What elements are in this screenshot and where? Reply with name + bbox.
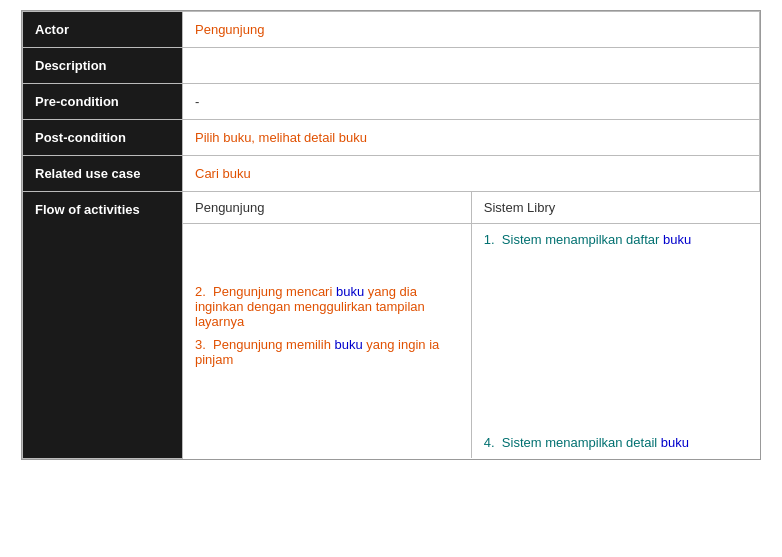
- item3-num: 3.: [195, 337, 213, 352]
- related-use-case-value-text: Cari buku: [195, 166, 251, 181]
- description-label: Description: [23, 48, 183, 84]
- postcondition-label-text: Post-condition: [35, 130, 126, 145]
- related-use-case-row: Related use case Cari buku: [23, 156, 760, 192]
- description-row: Description: [23, 48, 760, 84]
- description-value: [183, 48, 760, 84]
- actor-label: Actor: [23, 12, 183, 48]
- item4-text-p1: Sistem menampilkan detail: [502, 435, 661, 450]
- postcondition-value: Pilih buku, melihat detail buku: [183, 120, 760, 156]
- precondition-value-text: -: [195, 94, 199, 109]
- item3-buku: buku: [334, 337, 362, 352]
- flow-item-3: 3. Pengunjung memilih buku yang ingin ia…: [195, 337, 459, 367]
- item2-num: 2.: [195, 284, 213, 299]
- item1-text-p1: Sistem menampilkan daftar: [502, 232, 663, 247]
- flow-pengunjung-content: 2. Pengunjung mencari buku yang dia ingi…: [195, 284, 459, 367]
- flow-sistem-spacer: [484, 255, 748, 435]
- precondition-value: -: [183, 84, 760, 120]
- flow-col1-header: Pengunjung: [183, 192, 471, 224]
- item2-buku: buku: [336, 284, 364, 299]
- postcondition-value-text: Pilih buku, melihat detail buku: [195, 130, 367, 145]
- item1-buku: buku: [663, 232, 691, 247]
- flow-header-row: Pengunjung Sistem Libry: [183, 192, 760, 224]
- actor-value: Pengunjung: [183, 12, 760, 48]
- actor-row: Actor Pengunjung: [23, 12, 760, 48]
- precondition-label: Pre-condition: [23, 84, 183, 120]
- flow-col1-header-text: Pengunjung: [195, 200, 264, 215]
- flow-pengunjung-col: 2. Pengunjung mencari buku yang dia ingi…: [183, 224, 471, 459]
- flow-content-row: 2. Pengunjung mencari buku yang dia ingi…: [183, 224, 760, 459]
- flow-label: Flow of activities: [23, 192, 183, 459]
- main-table: Actor Pengunjung Description Pre-conditi…: [21, 10, 761, 460]
- actor-value-text: Pengunjung: [195, 22, 264, 37]
- flow-inner-table: Pengunjung Sistem Libry 2. Pengunjung: [183, 192, 760, 458]
- related-use-case-label: Related use case: [23, 156, 183, 192]
- flow-item-4: 4. Sistem menampilkan detail buku: [484, 435, 748, 450]
- item1-num: 1.: [484, 232, 502, 247]
- item2-text-p1: Pengunjung mencari: [213, 284, 336, 299]
- precondition-row: Pre-condition -: [23, 84, 760, 120]
- related-use-case-label-text: Related use case: [35, 166, 141, 181]
- item3-text-p1: Pengunjung memilih: [213, 337, 334, 352]
- flow-item-2: 2. Pengunjung mencari buku yang dia ingi…: [195, 284, 459, 329]
- item4-buku: buku: [661, 435, 689, 450]
- postcondition-label: Post-condition: [23, 120, 183, 156]
- flow-label-text: Flow of activities: [35, 202, 140, 217]
- item4-num: 4.: [484, 435, 502, 450]
- description-label-text: Description: [35, 58, 107, 73]
- actor-label-text: Actor: [35, 22, 69, 37]
- precondition-label-text: Pre-condition: [35, 94, 119, 109]
- related-use-case-value: Cari buku: [183, 156, 760, 192]
- flow-value: Pengunjung Sistem Libry 2. Pengunjung: [183, 192, 760, 459]
- flow-row: Flow of activities Pengunjung Sistem Lib…: [23, 192, 760, 459]
- postcondition-row: Post-condition Pilih buku, melihat detai…: [23, 120, 760, 156]
- flow-item-1: 1. Sistem menampilkan daftar buku: [484, 232, 748, 247]
- flow-col2-header: Sistem Libry: [471, 192, 759, 224]
- flow-sistem-col: 1. Sistem menampilkan daftar buku 4. Sis…: [471, 224, 759, 459]
- flow-col2-header-text: Sistem Libry: [484, 200, 556, 215]
